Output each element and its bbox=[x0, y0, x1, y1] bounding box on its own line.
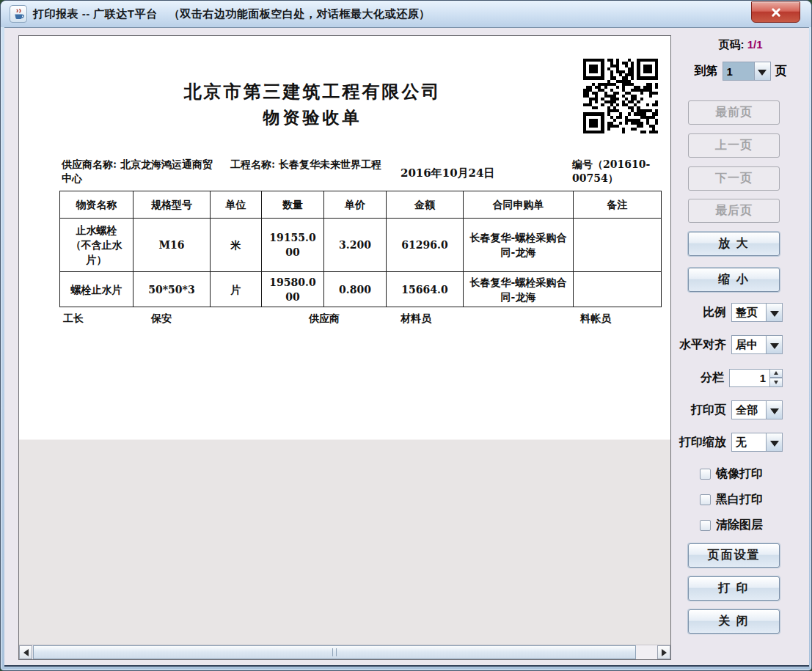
print-pages-combobox[interactable]: 全部 bbox=[731, 400, 783, 419]
scroll-right-icon bbox=[662, 649, 667, 656]
goto-page-value: 1 bbox=[723, 62, 754, 80]
page-indicator: 页码: 1/1 bbox=[672, 38, 809, 52]
column-header: 备注 bbox=[574, 191, 662, 219]
cell-unit: 米 bbox=[211, 219, 262, 272]
cell-unit-price: 0.800 bbox=[324, 272, 387, 307]
chevron-down-icon[interactable] bbox=[754, 62, 770, 80]
column-header: 合同申购单 bbox=[464, 191, 574, 219]
table-row: 螺栓止水片 50*50*3 片 19580.000 0.800 15664.0 … bbox=[60, 272, 662, 307]
goto-page-row: 到第 1 页 bbox=[672, 62, 809, 81]
clear-layers-option[interactable]: 清除图层 bbox=[700, 518, 763, 533]
horizontal-scrollbar[interactable] bbox=[19, 645, 670, 659]
cell-contract: 长春复华-螺栓采购合同-龙海 bbox=[464, 219, 574, 272]
columns-row: 分栏 1 bbox=[672, 367, 809, 388]
mirror-print-option[interactable]: 镜像打印 bbox=[700, 466, 763, 482]
print-zoom-row: 打印缩放 无 bbox=[672, 432, 809, 452]
spinner-up-icon bbox=[774, 371, 778, 375]
cell-material: 螺栓止水片 bbox=[60, 272, 133, 307]
signature-foreman: 工长 bbox=[63, 312, 84, 326]
columns-value[interactable]: 1 bbox=[729, 369, 770, 387]
last-page-button[interactable]: 最后页 bbox=[688, 199, 780, 223]
cell-remark bbox=[574, 219, 662, 272]
scrollbar-grip-icon bbox=[332, 648, 337, 656]
preview-background bbox=[19, 439, 670, 645]
scroll-right-button[interactable] bbox=[657, 645, 670, 659]
print-pages-row: 打印页 全部 bbox=[672, 400, 809, 420]
clear-layers-checkbox[interactable] bbox=[700, 520, 711, 531]
align-row: 水平对齐 居中 bbox=[672, 334, 809, 355]
materials-table: 物资名称 规格型号 单位 数量 单价 金额 合同申购单 备注 止水螺栓（不含止水… bbox=[59, 191, 662, 307]
chevron-down-icon[interactable] bbox=[766, 401, 782, 419]
scroll-left-button[interactable] bbox=[19, 645, 32, 659]
column-header: 规格型号 bbox=[133, 191, 211, 219]
close-dialog-button[interactable]: 关 闭 bbox=[688, 609, 780, 634]
first-page-button[interactable]: 最前页 bbox=[688, 100, 780, 125]
spinner-up-button[interactable] bbox=[770, 369, 783, 378]
goto-page-combobox[interactable]: 1 bbox=[723, 62, 771, 81]
cell-contract: 长春复华-螺栓采购合同-龙海 bbox=[464, 272, 574, 307]
scale-row: 比例 整页 bbox=[672, 302, 809, 323]
close-icon bbox=[771, 7, 781, 18]
content-area: 北京市第三建筑工程有限公司 物资验收单 供应商名称: 北京龙海鸿运通商贸中心 工… bbox=[4, 27, 809, 667]
scale-combobox[interactable]: 整页 bbox=[731, 303, 783, 322]
table-row: 止水螺栓（不含止水片） M16 米 19155.000 3.200 61296.… bbox=[60, 219, 662, 272]
cell-remark bbox=[574, 272, 662, 307]
column-header: 物资名称 bbox=[60, 191, 133, 219]
zoom-in-button[interactable]: 放 大 bbox=[688, 232, 780, 256]
signature-accountant: 料帐员 bbox=[580, 312, 611, 326]
print-zoom-combobox[interactable]: 无 bbox=[731, 433, 783, 452]
page-number-label: 页码: bbox=[718, 38, 744, 51]
mirror-print-checkbox[interactable] bbox=[700, 469, 711, 480]
spinner-down-icon bbox=[774, 381, 778, 384]
columns-label: 分栏 bbox=[701, 370, 724, 386]
table-header-row: 物资名称 规格型号 单位 数量 单价 金额 合同申购单 备注 bbox=[60, 191, 662, 219]
next-page-button[interactable]: 下一页 bbox=[688, 166, 780, 191]
cell-amount: 15664.0 bbox=[387, 272, 464, 307]
cell-material: 止水螺栓（不含止水片） bbox=[60, 219, 133, 272]
scale-value: 整页 bbox=[732, 304, 766, 321]
scrollbar-thumb[interactable] bbox=[33, 645, 636, 659]
chevron-down-icon[interactable] bbox=[766, 336, 782, 353]
print-pages-value: 全部 bbox=[732, 401, 766, 419]
signature-material-clerk: 材料员 bbox=[400, 312, 431, 326]
chevron-down-icon[interactable] bbox=[766, 304, 782, 321]
column-header: 单价 bbox=[324, 191, 387, 219]
column-header: 数量 bbox=[262, 191, 324, 219]
signature-guard: 保安 bbox=[151, 312, 172, 326]
print-report-window: 打印报表 -- 广联达T平台 （双击右边功能面板空白处，对话框最大化或还原） 北… bbox=[0, 0, 812, 671]
print-zoom-label: 打印缩放 bbox=[679, 435, 726, 450]
chevron-down-icon[interactable] bbox=[766, 433, 782, 451]
page-setup-button[interactable]: 页面设置 bbox=[688, 543, 780, 568]
cell-amount: 61296.0 bbox=[387, 219, 464, 272]
cell-quantity: 19155.000 bbox=[262, 219, 324, 272]
company-name: 北京市第三建筑工程有限公司 bbox=[63, 80, 562, 103]
print-pages-label: 打印页 bbox=[691, 403, 726, 418]
mirror-print-label: 镜像打印 bbox=[716, 466, 763, 482]
document-date: 2016年10月24日 bbox=[400, 166, 518, 180]
bw-print-checkbox[interactable] bbox=[700, 494, 711, 505]
previous-page-button[interactable]: 上一页 bbox=[688, 133, 780, 158]
titlebar[interactable]: 打印报表 -- 广联达T平台 （双击右边功能面板空白处，对话框最大化或还原） bbox=[1, 1, 811, 27]
bw-print-option[interactable]: 黑白打印 bbox=[700, 492, 763, 507]
cell-spec: M16 bbox=[133, 219, 211, 272]
form-title: 物资验收单 bbox=[63, 106, 562, 129]
zoom-out-button[interactable]: 缩 小 bbox=[688, 268, 780, 292]
columns-stepper[interactable]: 1 bbox=[729, 369, 783, 387]
window-title: 打印报表 -- 广联达T平台 （双击右边功能面板空白处，对话框最大化或还原） bbox=[33, 7, 431, 21]
page-number-value: 1/1 bbox=[747, 38, 763, 51]
close-button[interactable] bbox=[751, 1, 800, 23]
goto-prefix-label: 到第 bbox=[695, 64, 718, 79]
document-number: 编号（201610-00754） bbox=[572, 158, 669, 186]
spinner-down-button[interactable] bbox=[770, 378, 783, 387]
java-icon bbox=[10, 5, 27, 23]
supplier-name: 供应商名称: 北京龙海鸿运通商贸中心 bbox=[62, 158, 222, 186]
goto-suffix-label: 页 bbox=[775, 64, 787, 79]
control-panel: 页码: 1/1 到第 1 页 最前页 上一页 下一页 最后页 放 大 缩 小 比… bbox=[672, 28, 809, 665]
scroll-left-icon bbox=[23, 649, 29, 656]
cell-unit: 片 bbox=[211, 272, 262, 307]
print-button[interactable]: 打 印 bbox=[688, 576, 780, 601]
bw-print-label: 黑白打印 bbox=[716, 492, 763, 507]
clear-layers-label: 清除图层 bbox=[716, 518, 763, 533]
align-combobox[interactable]: 居中 bbox=[731, 335, 783, 354]
align-value: 居中 bbox=[732, 336, 766, 353]
